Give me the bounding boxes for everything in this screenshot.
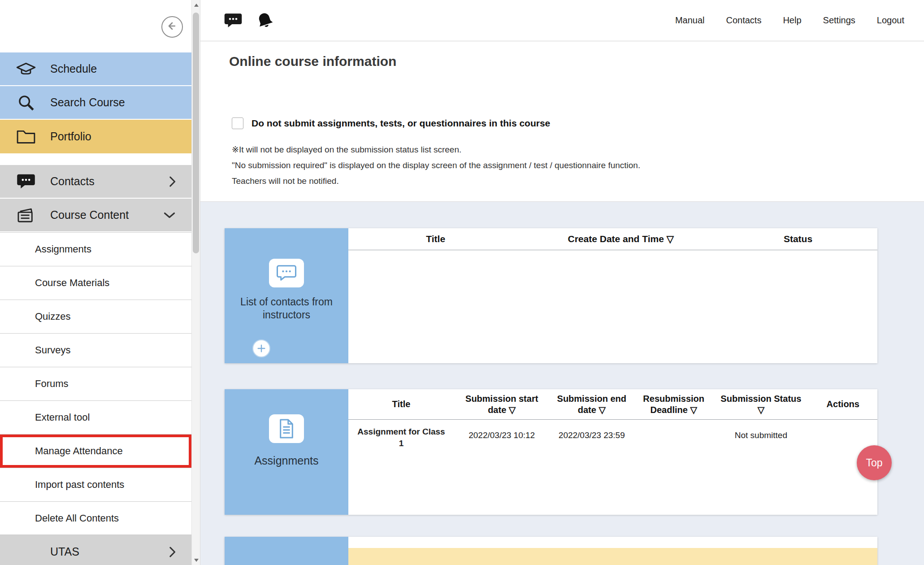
topnav-link-logout[interactable]: Logout xyxy=(877,15,904,26)
column-header-title: Title xyxy=(348,389,454,419)
sidebar-subitem-label: Forums xyxy=(35,378,69,390)
panel-label: List of contacts from instructors xyxy=(235,296,338,322)
sidebar-subitem-quizzes[interactable]: Quizzes xyxy=(0,300,191,333)
note-line: "No submission required" is displayed on… xyxy=(232,161,640,170)
graduation-cap-icon xyxy=(14,61,38,77)
plus-icon xyxy=(256,343,266,353)
sidebar-subitem-forums[interactable]: Forums xyxy=(0,367,191,400)
column-header-submission-start[interactable]: Submission start date ▽ xyxy=(454,389,549,419)
sidebar-item-label: Portfolio xyxy=(50,130,91,143)
sidebar-subitem-label: Surveys xyxy=(35,344,70,356)
topnav-link-settings[interactable]: Settings xyxy=(823,15,855,26)
no-submit-checkbox[interactable] xyxy=(232,117,243,129)
sidebar-subitem-label: Quizzes xyxy=(35,311,70,322)
sidebar-item-label: Contacts xyxy=(50,175,95,188)
document-tile xyxy=(269,414,304,443)
sidebar-item-portfolio[interactable]: Portfolio xyxy=(0,120,191,153)
collapse-sidebar-button[interactable] xyxy=(161,16,183,38)
back-arrow-icon xyxy=(166,20,178,34)
page-intro-section: Online course information Do not submit … xyxy=(200,41,924,202)
top-navigation: Manual Contacts Help Settings Logout xyxy=(675,15,924,26)
column-header-title: Title xyxy=(348,228,523,250)
bell-icon xyxy=(254,9,276,31)
sidebar-subitem-label: Course Materials xyxy=(35,277,109,289)
sidebar-subitem-label: Import past contents xyxy=(35,479,124,491)
next-section-table xyxy=(348,537,877,565)
course-content-area: List of contacts from instructors Title … xyxy=(200,202,924,565)
column-header-create-date[interactable]: Create Date and Time ▽ xyxy=(523,228,719,250)
column-header-actions: Actions xyxy=(809,389,877,419)
sidebar-item-label: UTAS xyxy=(50,545,79,558)
messages-icon-button[interactable] xyxy=(224,13,243,29)
sidebar-item-label: Search Course xyxy=(50,96,125,109)
sidebar-item-schedule[interactable]: Schedule xyxy=(0,52,191,86)
sidebar-subitem-manage-attendance[interactable]: Manage Attendance xyxy=(0,434,191,468)
assignment-actions-cell xyxy=(809,420,877,449)
main-header: Manual Contacts Help Settings Logout xyxy=(200,0,924,41)
magnifier-icon xyxy=(14,94,38,112)
column-header-submission-end[interactable]: Submission end date ▽ xyxy=(549,389,634,419)
assignment-row: Assignment for Class 1 2022/03/23 10:12 … xyxy=(348,420,877,449)
chat-tile xyxy=(269,259,304,287)
assignment-start-cell: 2022/03/23 10:12 xyxy=(454,420,549,449)
sidebar-subitem-label: External tool xyxy=(35,412,90,423)
instructor-contacts-card: List of contacts from instructors Title … xyxy=(225,228,877,363)
scrollbar-thumb[interactable] xyxy=(193,13,199,253)
sidebar-subitem-label: Assignments xyxy=(35,243,91,255)
chevron-down-icon xyxy=(163,211,176,219)
no-submit-label: Do not submit assignments, tests, or que… xyxy=(252,118,550,129)
sidebar-item-contacts[interactable]: Contacts xyxy=(0,165,191,199)
document-icon xyxy=(278,418,295,439)
highlighted-row xyxy=(348,548,877,565)
chevron-right-icon xyxy=(168,546,176,558)
next-section-panel xyxy=(225,537,348,565)
column-header-status: Status xyxy=(719,228,877,250)
page-title: Online course information xyxy=(229,54,396,69)
sidebar-item-label: Schedule xyxy=(50,62,97,75)
sidebar-subitem-label: Delete All Contents xyxy=(35,513,119,524)
scroll-up-arrow[interactable] xyxy=(192,0,201,10)
menu-divider xyxy=(0,153,191,165)
assignment-end-cell: 2022/03/23 23:59 xyxy=(549,420,634,449)
opt-out-notes: ※It will not be displayed on the submiss… xyxy=(232,144,640,186)
assignments-card: Assignments Title Submission start date … xyxy=(225,389,877,515)
opt-out-section: Do not submit assignments, tests, or que… xyxy=(232,117,640,192)
chat-bubble-icon xyxy=(276,265,297,282)
add-contact-button[interactable] xyxy=(252,339,270,357)
sidebar-subitem-surveys[interactable]: Surveys xyxy=(0,333,191,367)
column-header-submission-status[interactable]: Submission Status ▽ xyxy=(713,389,808,419)
assignments-table: Title Submission start date ▽ Submission… xyxy=(348,389,877,515)
sidebar-subitem-delete-all-contents[interactable]: Delete All Contents xyxy=(0,501,191,535)
sidebar-scrollbar[interactable] xyxy=(191,0,200,565)
sidebar-subitem-external-tool[interactable]: External tool xyxy=(0,400,191,434)
top-button[interactable]: Top xyxy=(857,445,892,480)
panel-label: Assignments xyxy=(235,454,338,468)
sidebar: Schedule Search Course Portfolio xyxy=(0,0,191,565)
assignment-status-cell: Not submitted xyxy=(713,420,808,449)
note-line: Teachers will not be notified. xyxy=(232,176,640,186)
sidebar-item-label: Course Content xyxy=(50,209,129,222)
column-header-resubmission-deadline[interactable]: Resubmission Deadline ▽ xyxy=(634,389,713,419)
note-line: ※It will not be displayed on the submiss… xyxy=(232,144,640,155)
scroll-down-arrow[interactable] xyxy=(192,555,201,565)
chat-bubble-icon xyxy=(14,174,38,190)
topnav-link-manual[interactable]: Manual xyxy=(675,15,705,26)
sidebar-subitem-assignments[interactable]: Assignments xyxy=(0,232,191,266)
assignment-resubmission-cell xyxy=(634,420,713,449)
assignments-panel: Assignments xyxy=(225,389,348,515)
topnav-link-contacts[interactable]: Contacts xyxy=(726,15,761,26)
main-area: Manual Contacts Help Settings Logout Onl… xyxy=(200,0,924,565)
sidebar-item-utas[interactable]: UTAS xyxy=(0,535,191,565)
course-content-icon xyxy=(14,207,38,224)
sidebar-subitem-course-materials[interactable]: Course Materials xyxy=(0,266,191,300)
assignment-title-cell[interactable]: Assignment for Class 1 xyxy=(348,420,454,449)
folder-icon xyxy=(14,129,38,145)
instructor-contacts-panel: List of contacts from instructors xyxy=(225,228,348,363)
chat-bubble-icon xyxy=(224,13,243,29)
notifications-icon-button[interactable] xyxy=(256,12,274,30)
sidebar-item-course-content[interactable]: Course Content xyxy=(0,199,191,232)
sidebar-item-search-course[interactable]: Search Course xyxy=(0,86,191,120)
sidebar-subitem-import-past-contents[interactable]: Import past contents xyxy=(0,468,191,501)
chevron-right-icon xyxy=(168,175,176,188)
topnav-link-help[interactable]: Help xyxy=(783,15,801,26)
